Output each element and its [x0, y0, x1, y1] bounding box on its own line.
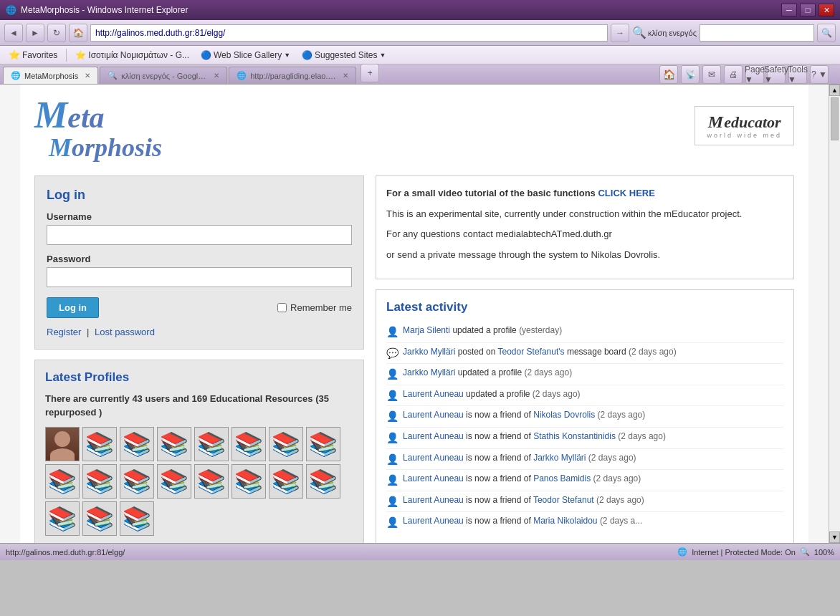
profile-avatar-6[interactable]: 📚: [232, 427, 266, 461]
activity-user-4[interactable]: Laurent Auneau: [403, 389, 464, 399]
password-input[interactable]: [47, 267, 352, 287]
profile-avatar-19[interactable]: 📚: [120, 501, 154, 536]
logo-area: Meta Morphosis M educator world wide med: [34, 92, 794, 170]
activity-target-2[interactable]: Teodor Stefanut's: [498, 347, 565, 357]
activity-icon-6: 👤: [386, 431, 398, 446]
activity-icon-4: 👤: [386, 389, 398, 403]
activity-user-2[interactable]: Jarkko Mylläri: [403, 347, 455, 357]
page-menu-button[interactable]: Page ▼: [745, 65, 764, 84]
forward-button[interactable]: ►: [26, 24, 44, 42]
star-icon: ⭐: [9, 49, 20, 60]
search-go-button[interactable]: 🔍: [817, 24, 836, 42]
tab-close-3[interactable]: ✕: [343, 72, 348, 80]
safety-menu-button[interactable]: Safety ▼: [767, 65, 786, 84]
activity-user-7[interactable]: Laurent Auneau: [403, 453, 464, 463]
home-button[interactable]: 🏠: [69, 24, 87, 42]
vertical-scrollbar[interactable]: ▲ ▼: [829, 85, 840, 543]
profile-avatar-12[interactable]: 📚: [157, 464, 191, 499]
feeds-button[interactable]: 📡: [681, 65, 700, 84]
address-bar[interactable]: [90, 24, 608, 42]
profile-avatar-14[interactable]: 📚: [232, 464, 266, 499]
activity-target-5[interactable]: Nikolas Dovrolis: [533, 410, 595, 420]
activity-item-5: 👤 Laurent Auneau is now a friend of Niko…: [386, 406, 783, 428]
activity-title: Latest activity: [386, 300, 783, 314]
logo-eta: eta: [67, 101, 104, 134]
tools-menu-button[interactable]: Tools ▼: [788, 65, 807, 84]
activity-user-5[interactable]: Laurent Auneau: [403, 410, 464, 420]
activity-user-8[interactable]: Laurent Auneau: [403, 473, 464, 483]
browser-content: Meta Morphosis M educator world wide med: [0, 85, 840, 543]
username-input[interactable]: [47, 225, 352, 245]
profile-avatar-15[interactable]: 📚: [269, 464, 303, 499]
profiles-stats: There are currently 43 users and 169 Edu…: [45, 392, 353, 420]
tab-label-1: MetaMorphosis: [24, 72, 78, 80]
profile-avatar-4[interactable]: 📚: [157, 427, 191, 461]
tab-google[interactable]: 🔍 κλίση ενεργός - Google Se... ✕: [100, 67, 227, 84]
go-button[interactable]: →: [611, 24, 629, 42]
login-button[interactable]: Log in: [47, 297, 99, 318]
profile-avatar-13[interactable]: 📚: [194, 464, 229, 499]
activity-text-3: Jarkko Mylläri updated a profile (2 days…: [403, 367, 572, 379]
tab-paragliding[interactable]: 🌐 http://paragliding.elao.gr/... ✕: [229, 67, 356, 84]
scroll-up-button[interactable]: ▲: [829, 85, 840, 96]
minimize-button[interactable]: ─: [781, 4, 797, 16]
favorites-item-suggested[interactable]: 🔵 Suggested Sites ▼: [299, 49, 388, 62]
activity-target-10[interactable]: Maria Nikolaidou: [533, 516, 597, 526]
profile-avatar-5[interactable]: 📚: [194, 427, 229, 461]
activity-user-9[interactable]: Laurent Auneau: [403, 495, 464, 505]
window-title: MetaMorphosis - Windows Internet Explore…: [21, 5, 781, 15]
activity-target-8[interactable]: Panos Bamidis: [533, 473, 591, 483]
profile-avatar-9[interactable]: 📚: [45, 464, 80, 499]
browser-icon: 🌐: [6, 5, 16, 15]
click-here-link[interactable]: CLICK HERE: [598, 188, 654, 198]
username-group: Username: [47, 211, 352, 245]
lost-password-link[interactable]: Lost password: [95, 327, 155, 337]
profiles-grid: 📚 📚 📚 📚 📚: [45, 427, 353, 536]
tab-icon-2: 🔍: [108, 71, 118, 80]
page-inner: Meta Morphosis M educator world wide med: [20, 85, 808, 543]
activity-user-3[interactable]: Jarkko Mylläri: [403, 367, 455, 377]
search-input[interactable]: [700, 24, 814, 42]
profile-avatar-17[interactable]: 📚: [45, 501, 80, 536]
profile-avatar-7[interactable]: 📚: [269, 427, 303, 461]
profile-avatar-8[interactable]: 📚: [306, 427, 340, 461]
activity-item-4: 👤 Laurent Auneau updated a profile (2 da…: [386, 385, 783, 407]
activity-user-10[interactable]: Laurent Auneau: [403, 516, 464, 526]
fav-label-1: Ισοτιμία Νομισμάτων - G...: [88, 50, 189, 60]
activity-user-6[interactable]: Laurent Auneau: [403, 431, 464, 441]
register-link[interactable]: Register: [47, 327, 81, 337]
print-button[interactable]: 🖨: [724, 65, 743, 84]
profile-avatar-2[interactable]: 📚: [82, 427, 117, 461]
window-controls: ─ □ ✕: [781, 4, 834, 16]
tab-close-2[interactable]: ✕: [214, 72, 219, 80]
refresh-button[interactable]: ↻: [47, 24, 66, 42]
back-button[interactable]: ◄: [4, 24, 23, 42]
mail-button[interactable]: ✉: [702, 65, 721, 84]
tab-close-1[interactable]: ✕: [85, 72, 90, 80]
home-tab-button[interactable]: 🏠: [659, 65, 678, 84]
profile-avatar-10[interactable]: 📚: [82, 464, 117, 499]
help-menu-button[interactable]: ? ▼: [810, 65, 829, 84]
meducator-title: educator: [724, 113, 781, 132]
left-column: Log in Username Password Log in: [34, 175, 364, 543]
profile-avatar-11[interactable]: 📚: [120, 464, 154, 499]
maximize-button[interactable]: □: [800, 4, 816, 16]
favorites-button[interactable]: ⭐ Favorites: [6, 48, 60, 62]
scroll-down-button[interactable]: ▼: [829, 531, 840, 543]
close-button[interactable]: ✕: [818, 4, 834, 16]
profile-avatar-3[interactable]: 📚: [120, 427, 154, 461]
new-tab-button[interactable]: +: [361, 64, 379, 82]
activity-target-6[interactable]: Stathis Konstantinidis: [533, 431, 616, 441]
favorites-item-webslice[interactable]: 🔵 Web Slice Gallery ▼: [198, 49, 293, 62]
scroll-thumb[interactable]: [831, 97, 839, 140]
meducator-banner: M educator world wide med: [695, 106, 794, 145]
activity-target-9[interactable]: Teodor Stefanut: [533, 495, 594, 505]
remember-me-checkbox[interactable]: [277, 303, 287, 312]
profile-avatar-18[interactable]: 📚: [82, 501, 117, 536]
favorites-item-isotimiia[interactable]: ⭐ Ισοτιμία Νομισμάτων - G...: [72, 49, 192, 62]
activity-target-7[interactable]: Jarkko Mylläri: [533, 453, 586, 463]
profile-avatar-1[interactable]: [45, 427, 80, 461]
activity-user-1[interactable]: Marja Silenti: [403, 325, 450, 335]
profile-avatar-16[interactable]: 📚: [306, 464, 340, 499]
tab-metamorphosis[interactable]: 🌐 MetaMorphosis ✕: [3, 67, 98, 84]
